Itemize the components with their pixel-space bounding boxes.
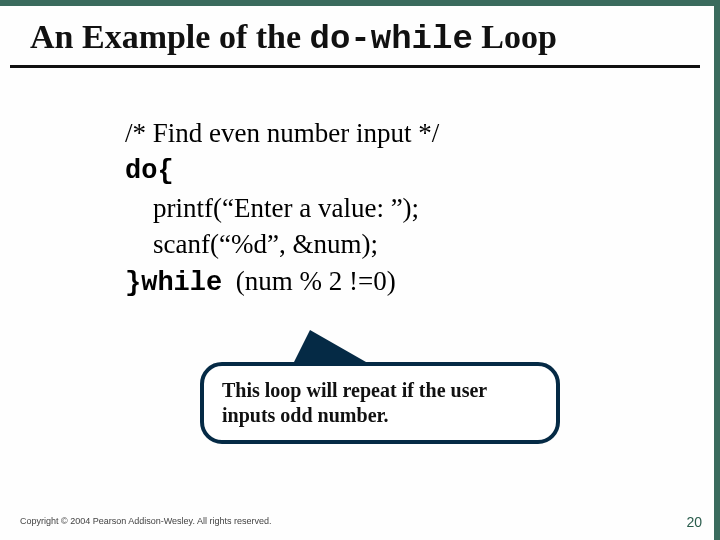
code-line-3: printf(“Enter a value: ”); (125, 190, 419, 226)
title-pre: An Example of the (30, 18, 310, 55)
slide-title: An Example of the do-while Loop (30, 18, 557, 58)
callout: This loop will repeat if the user inputs… (200, 330, 560, 444)
title-code: do-while (310, 20, 473, 58)
copyright: Copyright © 2004 Pearson Addison-Wesley.… (20, 516, 271, 526)
callout-box: This loop will repeat if the user inputs… (200, 362, 560, 444)
border-top (0, 0, 720, 6)
title-post: Loop (473, 18, 557, 55)
border-right (714, 0, 720, 540)
code-line-5b: while (141, 268, 222, 298)
code-block: /* Find even number input */ do{ printf(… (125, 115, 439, 301)
code-line-2: do{ (125, 156, 174, 186)
code-line-1: /* Find even number input */ (125, 115, 439, 151)
code-line-4: scanf(“%d”, &num); (125, 226, 378, 262)
code-line-5a: } (125, 268, 141, 298)
code-line-5c: (num % 2 !=0) (222, 266, 395, 296)
title-underline (10, 65, 700, 68)
page-number: 20 (686, 514, 702, 530)
slide: An Example of the do-while Loop /* Find … (0, 0, 720, 540)
